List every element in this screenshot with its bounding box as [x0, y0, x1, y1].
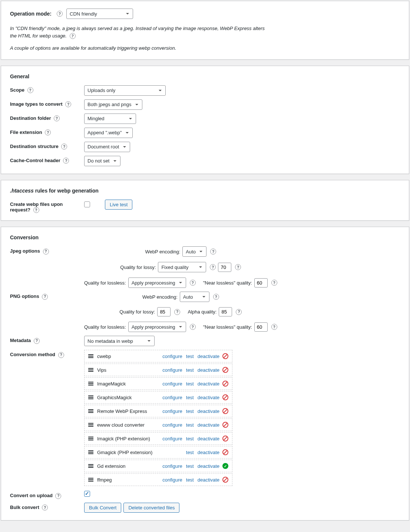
create-webp-checkbox[interactable]: [84, 201, 90, 207]
png-lossy-value[interactable]: [157, 307, 171, 316]
help-icon[interactable]: ?: [33, 207, 39, 213]
dest-struct-select[interactable]: Document root: [84, 142, 130, 152]
test-link[interactable]: test: [186, 463, 194, 469]
test-link[interactable]: test: [186, 408, 194, 414]
deactivate-link[interactable]: deactivate: [198, 367, 219, 373]
test-link[interactable]: test: [186, 381, 194, 387]
jpeg-lossless-mode-select[interactable]: Apply preprocessing: [128, 278, 186, 288]
help-icon[interactable]: ?: [210, 264, 216, 270]
status-ok-icon: [222, 463, 228, 469]
help-icon[interactable]: ?: [54, 115, 60, 121]
help-icon[interactable]: ?: [55, 493, 61, 499]
configure-link[interactable]: configure: [162, 354, 182, 359]
configure-link[interactable]: configure: [162, 381, 182, 387]
test-link[interactable]: test: [186, 436, 194, 441]
configure-link[interactable]: configure: [162, 422, 182, 428]
jpeg-encoding-select[interactable]: Auto: [182, 246, 206, 257]
status-fail-icon: [222, 436, 228, 441]
configure-link[interactable]: configure: [162, 463, 182, 469]
jpeg-lossy-value[interactable]: [218, 263, 231, 272]
conversion-panel: Conversion Jpeg options ? WebP encoding:…: [1, 227, 409, 520]
help-icon[interactable]: ?: [190, 280, 196, 286]
deactivate-link[interactable]: deactivate: [198, 422, 219, 428]
jpeg-lossy-mode-select[interactable]: Fixed quality: [158, 262, 206, 272]
png-encoding-label: WebP encoding:: [142, 294, 178, 300]
bulk-convert-button[interactable]: Bulk Convert: [84, 503, 121, 513]
dest-folder-select[interactable]: Mingled: [84, 114, 136, 124]
drag-handle-icon[interactable]: [88, 409, 93, 413]
help-icon[interactable]: ?: [70, 33, 76, 39]
status-fail-icon: [222, 353, 228, 359]
test-link[interactable]: test: [186, 367, 194, 373]
deactivate-link[interactable]: deactivate: [198, 463, 219, 469]
test-link[interactable]: test: [186, 422, 194, 428]
deactivate-link[interactable]: deactivate: [198, 408, 219, 414]
test-link[interactable]: test: [186, 450, 194, 455]
configure-link[interactable]: configure: [162, 436, 182, 441]
configure-link[interactable]: configure: [162, 477, 182, 483]
drag-handle-icon[interactable]: [88, 478, 93, 482]
cache-control-select[interactable]: Do not set: [84, 156, 120, 166]
drag-handle-icon[interactable]: [88, 464, 93, 468]
help-icon[interactable]: ?: [174, 309, 180, 315]
image-types-label: Image types to convert: [10, 101, 63, 107]
help-icon[interactable]: ?: [236, 309, 242, 315]
convert-upload-checkbox[interactable]: [84, 491, 90, 497]
help-icon[interactable]: ?: [271, 280, 277, 286]
test-link[interactable]: test: [186, 477, 194, 483]
configure-link[interactable]: configure: [162, 395, 182, 400]
conversion-method-item: Imagick (PHP extension)configuretestdeac…: [84, 432, 232, 445]
help-icon[interactable]: ?: [61, 144, 67, 150]
png-encoding-select[interactable]: Auto: [180, 292, 209, 302]
configure-link[interactable]: configure: [162, 367, 182, 373]
png-alpha-value[interactable]: [219, 307, 232, 316]
help-icon[interactable]: ?: [42, 294, 48, 300]
metadata-select[interactable]: No metadata in webp: [84, 336, 155, 346]
jpeg-options-label: Jpeg options: [10, 248, 40, 254]
png-near-value[interactable]: [254, 322, 268, 332]
help-icon[interactable]: ?: [190, 324, 196, 330]
status-fail-icon: [222, 381, 228, 387]
help-icon[interactable]: ?: [42, 505, 48, 510]
deactivate-link[interactable]: deactivate: [198, 450, 219, 455]
help-icon[interactable]: ?: [235, 264, 241, 270]
live-test-button[interactable]: Live test: [105, 200, 132, 210]
drag-handle-icon[interactable]: [88, 368, 93, 372]
help-icon[interactable]: ?: [43, 249, 49, 254]
test-link[interactable]: test: [186, 395, 194, 400]
drag-handle-icon[interactable]: [88, 423, 93, 427]
delete-converted-button[interactable]: Delete converted files: [123, 503, 179, 513]
help-icon[interactable]: ?: [65, 101, 71, 107]
conversion-actions: configuretestdeactivate: [162, 408, 219, 414]
configure-link[interactable]: configure: [162, 408, 182, 414]
help-icon[interactable]: ?: [271, 324, 277, 330]
file-ext-select[interactable]: Append ".webp": [84, 128, 133, 138]
drag-handle-icon[interactable]: [88, 450, 93, 454]
png-lossless-mode-select[interactable]: Apply preprocessing: [128, 322, 186, 332]
help-icon[interactable]: ?: [34, 338, 40, 344]
conversion-method-name: Remote WebP Express: [97, 408, 162, 414]
help-icon[interactable]: ?: [27, 87, 33, 93]
drag-handle-icon[interactable]: [88, 437, 93, 440]
deactivate-link[interactable]: deactivate: [198, 436, 219, 441]
operation-mode-select[interactable]: CDN friendly: [66, 9, 133, 19]
help-icon[interactable]: ?: [45, 129, 51, 135]
help-icon[interactable]: ?: [213, 294, 219, 300]
test-link[interactable]: test: [186, 354, 194, 359]
help-icon[interactable]: ?: [57, 11, 63, 17]
jpeg-near-value[interactable]: [254, 278, 268, 288]
image-types-select[interactable]: Both jpegs and pngs: [84, 99, 142, 110]
help-icon[interactable]: ?: [63, 158, 69, 164]
help-icon[interactable]: ?: [210, 249, 216, 254]
jpeg-encoding-label: WebP encoding:: [145, 249, 180, 254]
drag-handle-icon[interactable]: [88, 382, 93, 385]
drag-handle-icon[interactable]: [88, 395, 93, 399]
help-icon[interactable]: ?: [58, 352, 64, 358]
deactivate-link[interactable]: deactivate: [198, 381, 219, 387]
scope-select[interactable]: Uploads only: [84, 85, 166, 96]
conversion-actions: configuretestdeactivate: [162, 436, 219, 441]
drag-handle-icon[interactable]: [88, 354, 93, 358]
deactivate-link[interactable]: deactivate: [198, 395, 219, 400]
deactivate-link[interactable]: deactivate: [198, 354, 219, 359]
deactivate-link[interactable]: deactivate: [198, 477, 219, 483]
